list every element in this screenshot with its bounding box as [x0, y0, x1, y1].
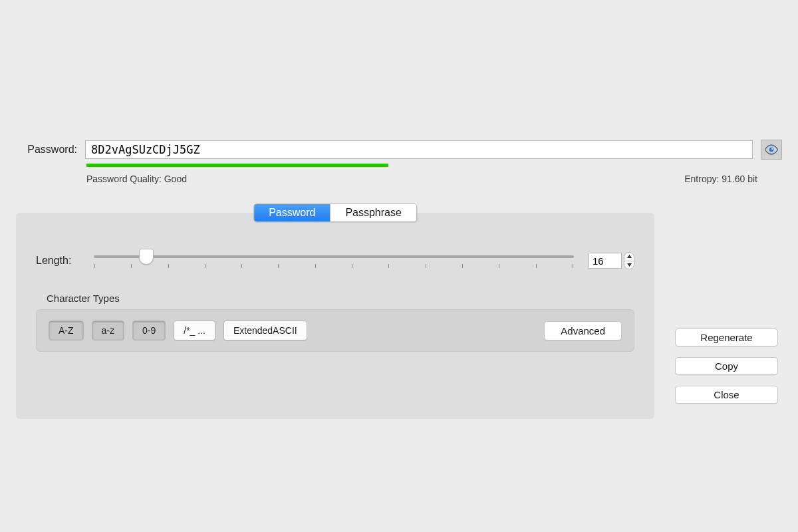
svg-point-0 — [769, 148, 774, 152]
eye-icon — [764, 144, 779, 155]
mode-segmented-control: Password Passphrase — [253, 203, 417, 222]
chartype-extascii-button[interactable]: ExtendedASCII — [223, 321, 307, 340]
tab-passphrase[interactable]: Passphrase — [330, 204, 416, 221]
length-input[interactable] — [589, 253, 622, 269]
chartype-lower-button[interactable]: a-z — [92, 321, 124, 340]
password-generator-window: Password: Password Quality: Good Entropy… — [0, 0, 798, 532]
strength-row: Password Quality: Good Entropy: 91.60 bi… — [86, 164, 757, 184]
password-label: Password: — [16, 144, 77, 156]
length-label: Length: — [36, 255, 79, 267]
toggle-visibility-button[interactable] — [761, 140, 782, 160]
stepper-down-button[interactable] — [624, 261, 634, 269]
chevron-up-icon — [627, 255, 632, 258]
strength-bar-fill — [86, 164, 388, 167]
chevron-down-icon — [627, 263, 632, 267]
length-slider[interactable] — [94, 249, 574, 272]
character-types-group: Character Types A-Z a-z 0-9 /*_ ... Exte… — [36, 293, 634, 352]
password-input[interactable] — [85, 140, 753, 159]
close-button[interactable]: Close — [675, 386, 778, 404]
password-row: Password: — [16, 140, 782, 160]
chartype-digits-button[interactable]: 0-9 — [132, 321, 166, 340]
slider-thumb[interactable] — [139, 249, 154, 265]
copy-button[interactable]: Copy — [675, 357, 778, 375]
character-types-box: A-Z a-z 0-9 /*_ ... ExtendedASCII Advanc… — [36, 309, 634, 352]
advanced-button[interactable]: Advanced — [544, 321, 622, 340]
slider-ticks — [94, 264, 574, 271]
strength-bar — [86, 164, 757, 167]
options-panel: Password Passphrase Length: — [16, 213, 654, 419]
length-stepper-buttons — [624, 252, 634, 269]
action-buttons: Regenerate Copy Close — [675, 329, 778, 404]
svg-point-1 — [771, 148, 773, 150]
length-stepper — [589, 252, 634, 269]
regenerate-button[interactable]: Regenerate — [675, 329, 778, 346]
slider-track — [94, 255, 574, 258]
quality-label: Password Quality: Good — [86, 174, 187, 184]
stepper-up-button[interactable] — [624, 253, 634, 261]
chartype-symbols-button[interactable]: /*_ ... — [174, 321, 215, 340]
chartype-upper-button[interactable]: A-Z — [49, 321, 84, 340]
tab-password[interactable]: Password — [254, 204, 330, 221]
entropy-label: Entropy: 91.60 bit — [684, 174, 757, 184]
length-row: Length: — [36, 249, 634, 272]
character-types-label: Character Types — [47, 293, 634, 304]
